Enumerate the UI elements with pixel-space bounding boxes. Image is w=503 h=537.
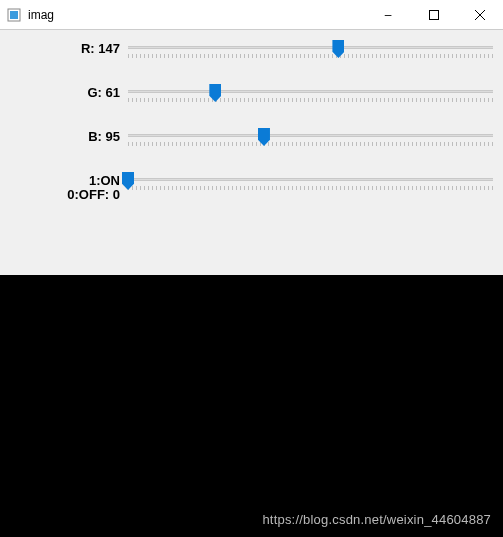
trackbar-b-label: B: 95 <box>0 128 128 144</box>
watermark-text: https://blog.csdn.net/weixin_44604887 <box>262 512 491 527</box>
trackbar-panel: R: 147 G: 61 B: 95 1:ON 0:OFF: 0 <box>0 30 503 236</box>
trackbar-g: G: 61 <box>0 84 493 102</box>
trackbar-switch-track[interactable] <box>128 172 493 190</box>
trackbar-switch-label: 1:ON 0:OFF: 0 <box>0 172 128 202</box>
trackbar-r-track[interactable] <box>128 40 493 58</box>
app-icon <box>6 7 22 23</box>
trackbar-r: R: 147 <box>0 40 493 58</box>
trackbar-b-track[interactable] <box>128 128 493 146</box>
image-canvas <box>0 275 503 537</box>
svg-rect-2 <box>430 10 439 19</box>
trackbar-b: B: 95 <box>0 128 493 146</box>
trackbar-g-track[interactable] <box>128 84 493 102</box>
maximize-button[interactable] <box>411 0 457 30</box>
trackbar-switch: 1:ON 0:OFF: 0 <box>0 172 493 202</box>
minimize-button[interactable]: – <box>365 0 411 30</box>
trackbar-g-label: G: 61 <box>0 84 128 100</box>
close-icon <box>475 10 485 20</box>
trackbar-r-label: R: 147 <box>0 40 128 56</box>
titlebar: imag – <box>0 0 503 30</box>
maximize-icon <box>429 10 439 20</box>
svg-rect-1 <box>10 11 18 19</box>
close-button[interactable] <box>457 0 503 30</box>
window-title: imag <box>28 8 54 22</box>
